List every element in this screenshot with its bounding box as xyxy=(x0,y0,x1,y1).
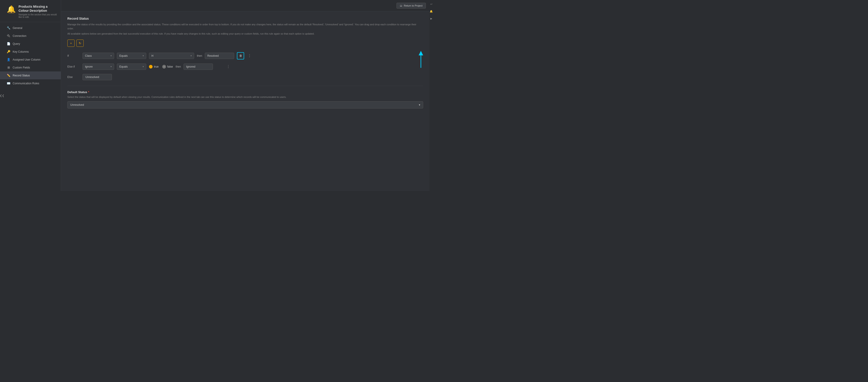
chevron-down-icon: ▾ xyxy=(143,65,144,68)
then-label-1: then xyxy=(197,54,202,57)
value-select-1[interactable]: H ▾ xyxy=(149,53,194,59)
sidebar-item-connection[interactable]: 🔌 Connection xyxy=(0,32,61,40)
action-buttons: + ↻ xyxy=(67,39,423,47)
topbar: 🗂 Return to Project xyxy=(61,0,430,11)
operator-select-1[interactable]: Equals ▾ xyxy=(117,53,146,59)
sidebar-item-label: General xyxy=(13,27,22,30)
right-edge-panel: ↩ 🔔 ▶ xyxy=(430,0,433,191)
chevron-down-icon: ▾ xyxy=(191,55,192,57)
more-options-button-2[interactable]: ⋮ xyxy=(225,63,231,70)
notification-icon[interactable]: 🔔 xyxy=(430,9,433,13)
refresh-button[interactable]: ↻ xyxy=(76,39,84,47)
value-1: H xyxy=(151,54,153,57)
radio-true-circle xyxy=(149,65,153,68)
trash-icon: 🗑 xyxy=(239,54,242,57)
grid-icon: ⊞ xyxy=(7,66,10,69)
bell-icon: 🔔 xyxy=(7,5,16,13)
operator-value-1: Equals xyxy=(119,54,128,57)
sidebar-item-label: Query xyxy=(13,42,20,45)
plus-icon: + xyxy=(70,41,72,45)
collapse-sidebar-button[interactable]: ❮❮ xyxy=(0,91,4,100)
sidebar-item-general[interactable]: 🔧 General xyxy=(0,24,61,32)
default-status-value: Unresolved xyxy=(70,103,84,106)
sidebar-item-assigned-user[interactable]: 👤 Assigned User Column xyxy=(0,56,61,64)
sidebar-item-query[interactable]: 📄 Query xyxy=(0,40,61,48)
else-label: Else xyxy=(67,75,80,79)
sidebar-item-communication-rules[interactable]: ✉️ Communication Rules xyxy=(0,79,61,87)
undo-icon[interactable]: ↩ xyxy=(430,2,433,6)
delete-condition-button-1[interactable]: 🗑 xyxy=(237,52,244,59)
radio-false-label: false xyxy=(167,65,173,68)
column-value-2: Ignore xyxy=(85,65,93,68)
content-area: Record Status Manage the status of the r… xyxy=(61,11,430,191)
column-select-2[interactable]: Ignore ▾ xyxy=(83,64,114,70)
operator-select-2[interactable]: Equals ▾ xyxy=(117,64,146,70)
record-status-section: Record Status Manage the status of the r… xyxy=(67,17,423,108)
condition-row-1: If Class ▾ Equals ▾ H ▾ then 🗑 xyxy=(67,52,423,59)
key-icon: 🔑 xyxy=(7,50,10,53)
else-row: Else Unresolved xyxy=(67,74,423,80)
status-input-2[interactable] xyxy=(184,64,213,70)
wrench-icon: 🔧 xyxy=(7,26,10,30)
query-icon: 📄 xyxy=(7,42,10,45)
column-select-1[interactable]: Class ▾ xyxy=(83,53,114,59)
condition-row-2: Else if Ignore ▾ Equals ▾ true xyxy=(67,63,423,70)
sidebar-item-label: Key Columns xyxy=(13,50,29,53)
sidebar-item-label: Communication Rules xyxy=(13,82,39,85)
else-if-label: Else if xyxy=(67,65,80,68)
refresh-icon: ↻ xyxy=(79,41,81,45)
record-status-title: Record Status xyxy=(67,17,423,20)
chevron-down-icon: ▾ xyxy=(419,103,420,106)
sidebar-item-record-status[interactable]: ✏️ Record Status xyxy=(0,71,61,79)
record-status-desc1: Manage the status of the results by prov… xyxy=(67,23,423,31)
chevron-down-icon: ▾ xyxy=(111,55,112,57)
record-status-desc2: All available options below are generate… xyxy=(67,32,423,36)
default-status-desc: Select the status that will be displayed… xyxy=(67,95,423,99)
expand-icon[interactable]: ▶ xyxy=(430,17,433,20)
chevron-down-icon: ▾ xyxy=(111,65,112,68)
required-indicator: * xyxy=(88,90,89,94)
sidebar: 🔔 Products Missing a Colour Description … xyxy=(0,0,61,191)
operator-value-2: Equals xyxy=(119,65,128,68)
sidebar-nav: 🔧 General 🔌 Connection 📄 Query 🔑 Key Col… xyxy=(0,22,61,89)
default-status-section: Default Status * Select the status that … xyxy=(67,90,423,109)
connection-icon: 🔌 xyxy=(7,34,10,37)
radio-true[interactable]: true xyxy=(149,65,159,68)
main-content: 🗂 Return to Project Record Status Manage… xyxy=(61,0,430,191)
edit-icon: ✏️ xyxy=(7,74,10,77)
add-condition-button[interactable]: + xyxy=(67,39,74,47)
default-status-title: Default Status * xyxy=(67,90,423,94)
user-icon: 👤 xyxy=(7,58,10,61)
radio-false-circle xyxy=(162,65,166,68)
sidebar-item-custom-fields[interactable]: ⊞ Custom Fields xyxy=(0,64,61,71)
mail-icon: ✉️ xyxy=(7,82,10,85)
return-to-project-button[interactable]: 🗂 Return to Project xyxy=(397,3,426,8)
chevron-down-icon: ▾ xyxy=(143,55,144,57)
ellipsis-vertical-icon: ⋮ xyxy=(248,54,251,58)
then-label-2: then xyxy=(176,65,181,68)
radio-group-2: true false xyxy=(149,65,173,68)
divider xyxy=(67,86,423,86)
else-value: Unresolved xyxy=(83,74,112,80)
default-status-dropdown[interactable]: Unresolved ▾ xyxy=(67,101,423,108)
sidebar-item-label: Custom Fields xyxy=(13,66,30,69)
more-options-button-1[interactable]: ⋮ xyxy=(247,52,252,59)
app-title: Products Missing a Colour Description xyxy=(19,4,57,13)
sidebar-item-label: Assigned User Column xyxy=(13,58,40,61)
sidebar-item-label: Record Status xyxy=(13,74,30,77)
radio-true-label: true xyxy=(154,65,159,68)
column-value-1: Class xyxy=(85,54,92,57)
app-subtitle: Navigate to the section that you would l… xyxy=(19,13,57,18)
sidebar-item-key-columns[interactable]: 🔑 Key Columns xyxy=(0,48,61,56)
ellipsis-vertical-icon: ⋮ xyxy=(226,64,230,69)
sidebar-item-label: Connection xyxy=(13,34,26,37)
sidebar-header: 🔔 Products Missing a Colour Description … xyxy=(0,0,61,22)
radio-false[interactable]: false xyxy=(162,65,173,68)
folder-icon: 🗂 xyxy=(400,4,402,7)
status-input-1[interactable] xyxy=(205,53,234,59)
if-label: If xyxy=(67,54,80,57)
